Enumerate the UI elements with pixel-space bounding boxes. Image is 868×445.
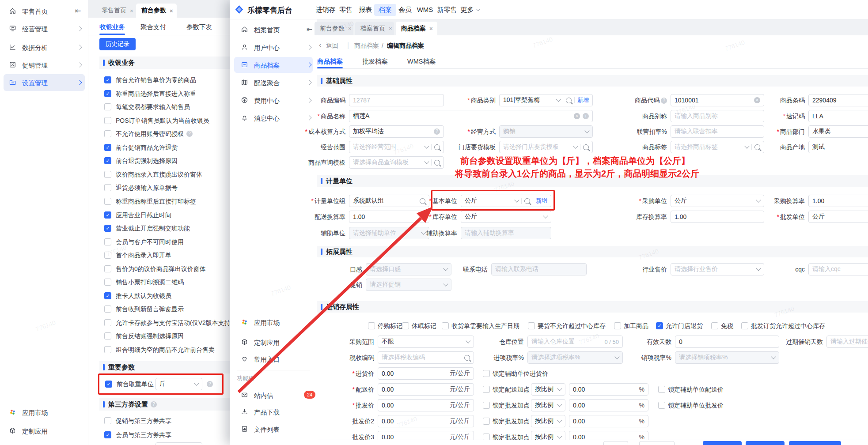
nav-item-会员[interactable]: 会员: [398, 6, 412, 14]
bottom-button-4[interactable]: [789, 441, 841, 445]
sidebar-item-设置管理[interactable]: 设置管理: [9, 79, 48, 87]
checkbox-称重商品选择后直[interactable]: ✓: [104, 90, 111, 97]
search-icon[interactable]: [524, 198, 530, 204]
checkbox-组合明细为空的商[interactable]: [104, 346, 111, 353]
sidebar-item-应用市场[interactable]: 应用市场: [9, 408, 48, 417]
checkbox-议价商品录入直接[interactable]: [104, 171, 111, 178]
field-input-批发单位[interactable]: 公斤: [808, 211, 868, 223]
checkbox-会员与客户不可同[interactable]: [104, 238, 111, 245]
checkbox-锁定批发加点[interactable]: [483, 402, 490, 409]
collapse-sidebar-icon[interactable]: ⇤: [75, 7, 81, 15]
add-new-link[interactable]: 新增: [536, 197, 547, 205]
subtab-聚合支付[interactable]: 聚合支付: [140, 23, 166, 31]
checkbox-POS订单销售员[interactable]: [104, 117, 111, 124]
breadcrumb-back[interactable]: 返回: [326, 42, 338, 50]
sidebar-item-定制应用[interactable]: 定制应用: [9, 427, 48, 436]
field-input-过期催销天数[interactable]: 请输入过期催销天数: [826, 336, 868, 348]
field-input-0.00[interactable]: 0.00%: [569, 383, 648, 396]
field-input-商品产地[interactable]: 测试: [808, 141, 868, 153]
sidebar-item-用户中心[interactable]: 用户中心: [241, 43, 280, 52]
cropped-select[interactable]: [155, 442, 202, 445]
field-input-基本单位[interactable]: 公斤新增: [461, 195, 551, 207]
field-input-商品名称[interactable]: 榴莲A×i: [349, 110, 593, 122]
close-icon[interactable]: ×: [429, 25, 433, 32]
subtab-参数下发[interactable]: 参数下发: [186, 23, 212, 31]
sidebar-item-经营管理[interactable]: 经营管理: [9, 25, 48, 34]
nav-item-进销存[interactable]: 进销存: [316, 6, 336, 14]
tab-WMS档案[interactable]: WMS档案: [407, 57, 436, 66]
tab-档案首页[interactable]: 档案首页×: [355, 22, 394, 35]
nav-item-更多[interactable]: 更多: [461, 6, 480, 14]
checkbox-收货单需要输入生产日期[interactable]: [442, 322, 449, 329]
tab-零售首页[interactable]: 零售首页×: [96, 4, 134, 18]
checkbox-销售小票打印溯源[interactable]: [104, 279, 111, 286]
field-input-商品部门[interactable]: 水果类: [808, 125, 868, 138]
checkbox-要货不允许超过中心库存[interactable]: [528, 322, 535, 329]
field-input-按比例[interactable]: 按比例: [531, 415, 565, 427]
checkbox-允许门店退货[interactable]: ✓: [656, 322, 663, 329]
field-input-速记码[interactable]: LLA: [808, 110, 868, 122]
field-input-进货价[interactable]: 0.00元/公斤: [378, 367, 474, 380]
sidebar-item-消息中心[interactable]: 消息中心: [241, 114, 280, 123]
sidebar-item-配送聚合[interactable]: 配送聚合: [241, 79, 280, 87]
sidebar-item-费用中心[interactable]: 费用中心: [241, 96, 280, 105]
checkbox-锁定辅助单位配送价[interactable]: [658, 386, 665, 393]
search-icon[interactable]: [434, 160, 440, 166]
collapse-sidebar-icon[interactable]: ⇤: [307, 25, 312, 34]
breadcrumb-parent[interactable]: 商品档案: [354, 42, 379, 50]
checkbox-称重商品称重后直[interactable]: [104, 198, 111, 205]
close-icon[interactable]: ×: [170, 8, 173, 14]
checkbox-退货必须输入原单[interactable]: [104, 184, 111, 191]
history-button[interactable]: 历史记录: [99, 38, 136, 50]
sidebar-item-零售首页[interactable]: 零售首页: [9, 7, 48, 16]
sidebar-item-产品下载[interactable]: 产品下载: [241, 408, 280, 417]
sidebar-item-应用市场[interactable]: 应用市场: [241, 318, 280, 327]
checkbox-锁定辅助单位进货价[interactable]: [483, 370, 490, 377]
close-icon[interactable]: ×: [348, 25, 352, 32]
field-input-库存单位[interactable]: 公斤: [461, 211, 551, 223]
bottom-button-3[interactable]: [746, 441, 785, 445]
field-input-辅助换算率[interactable]: 请输入辅助换算率: [461, 227, 551, 239]
field-input-促销[interactable]: 请选择促销: [366, 279, 451, 291]
field-input-配送价[interactable]: 0.00元/公斤: [378, 383, 474, 396]
sidebar-item-商品档案[interactable]: 商品档案: [241, 61, 280, 70]
tab-前台参数[interactable]: 前台参数×: [315, 22, 353, 35]
checkbox-会员与第三方券共享[interactable]: ✓: [104, 431, 111, 438]
checkbox-前台反结账强制选[interactable]: [104, 332, 111, 339]
checkbox-休眠标记[interactable]: [402, 322, 409, 329]
checkbox-促销与第三方券共享[interactable]: [104, 417, 111, 424]
field-input-销项税率%[interactable]: 请选择销项税率%: [675, 351, 779, 364]
checkbox-免税[interactable]: [711, 322, 718, 329]
checkbox-锁定辅助单位批发价[interactable]: [658, 402, 665, 409]
close-icon[interactable]: ×: [389, 25, 392, 32]
checkbox-前台退货强制选择[interactable]: ✓: [104, 157, 111, 164]
close-icon[interactable]: ×: [130, 8, 133, 14]
checkbox-前台收到新留言弹[interactable]: [104, 305, 111, 313]
checkbox-锁定配送加点[interactable]: [483, 386, 490, 393]
field-input-0.00[interactable]: 0.00%: [569, 415, 648, 427]
field-input-cqc[interactable]: 请输入cqc: [808, 263, 868, 275]
field-input-采购换算率[interactable]: 1.00: [808, 195, 868, 207]
checkbox-每笔交易都要求输[interactable]: [104, 103, 111, 110]
checkbox-批发订货允许超过中心库存[interactable]: [741, 322, 748, 329]
sidebar-item-文件列表[interactable]: 文件列表: [241, 425, 280, 434]
sidebar-item-站内信[interactable]: 站内信: [241, 391, 273, 400]
checkbox-前台允许销售单价[interactable]: ✓: [104, 76, 111, 83]
sidebar-item-数据分析[interactable]: 数据分析: [9, 43, 48, 52]
field-input-批发价[interactable]: 0.00元/公斤: [378, 399, 474, 411]
nav-item-档案[interactable]: 档案: [374, 4, 396, 16]
nav-item-新零售[interactable]: 新零售: [437, 6, 457, 14]
checkbox-允许卡存款参与支[interactable]: [104, 319, 111, 326]
checkbox-锁定批发加点[interactable]: [483, 418, 490, 425]
bottom-button-1[interactable]: [639, 441, 675, 445]
field-input-批发价2[interactable]: 0.00元/公斤: [378, 415, 474, 427]
sidebar-item-档案首页[interactable]: 档案首页: [241, 26, 280, 34]
field-input-商品条码[interactable]: 2290409: [808, 94, 868, 106]
back-arrow-icon[interactable]: ‹: [319, 41, 322, 49]
field-input-0.00[interactable]: 0.00%: [569, 399, 648, 411]
tab-商品档案[interactable]: 商品档案: [317, 57, 343, 66]
nav-item-零售[interactable]: 零售: [339, 6, 353, 14]
bottom-button-0[interactable]: [603, 441, 628, 445]
nav-item-报表[interactable]: 报表: [359, 6, 372, 14]
bottom-button-2[interactable]: [703, 441, 742, 445]
